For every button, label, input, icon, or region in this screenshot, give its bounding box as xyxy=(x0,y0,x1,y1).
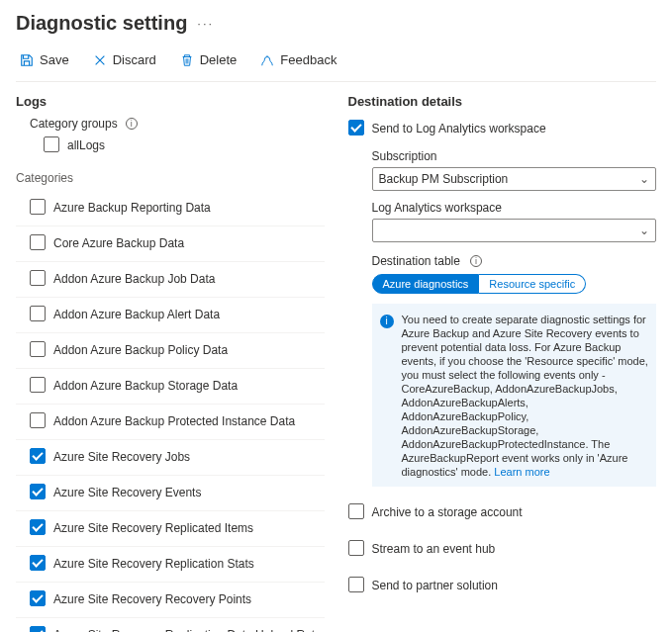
category-label: Azure Site Recovery Events xyxy=(53,484,201,500)
category-row: Addon Azure Backup Job Data xyxy=(16,262,325,298)
category-row: Azure Site Recovery Recovery Points xyxy=(16,583,325,618)
delete-icon xyxy=(180,53,194,67)
category-label: Azure Site Recovery Recovery Points xyxy=(53,590,251,607)
category-label: Azure Site Recovery Replicated Items xyxy=(53,519,253,536)
stream-label: Stream to an event hub xyxy=(372,540,496,557)
logs-heading: Logs xyxy=(16,94,325,109)
category-row: Azure Site Recovery Events xyxy=(16,476,325,511)
category-label: Addon Azure Backup Policy Data xyxy=(53,341,228,358)
category-row: Azure Site Recovery Replication Data Upl… xyxy=(16,618,325,632)
page-title: Diagnostic setting xyxy=(16,12,187,35)
category-checkbox[interactable] xyxy=(30,626,46,632)
discard-label: Discard xyxy=(113,52,156,67)
category-row: Azure Site Recovery Replication Stats xyxy=(16,547,325,583)
more-icon[interactable]: ··· xyxy=(197,16,214,31)
category-checkbox[interactable] xyxy=(30,555,46,571)
category-label: Addon Azure Backup Storage Data xyxy=(53,377,238,394)
category-row: Azure Site Recovery Replicated Items xyxy=(16,511,325,547)
subscription-select[interactable]: Backup PM Subscription ⌄ xyxy=(372,167,657,191)
category-checkbox[interactable] xyxy=(30,341,46,357)
category-checkbox[interactable] xyxy=(30,306,46,321)
category-label: Azure Site Recovery Replication Data Upl… xyxy=(53,626,322,632)
info-icon[interactable]: i xyxy=(470,255,482,267)
save-button[interactable]: Save xyxy=(16,50,73,69)
archive-checkbox[interactable] xyxy=(348,503,364,519)
chevron-down-icon: ⌄ xyxy=(639,172,649,186)
dest-table-label: Destination table xyxy=(372,254,460,268)
category-row: Addon Azure Backup Alert Data xyxy=(16,298,325,333)
category-row: Azure Site Recovery Jobs xyxy=(16,440,325,476)
delete-label: Delete xyxy=(200,52,238,67)
delete-button[interactable]: Delete xyxy=(176,50,241,69)
info-icon: i xyxy=(380,315,394,328)
law-label: Log Analytics workspace xyxy=(372,201,657,215)
info-text: You need to create separate diagnostic s… xyxy=(402,314,648,478)
subscription-label: Subscription xyxy=(372,149,657,163)
save-label: Save xyxy=(40,52,69,67)
category-checkbox[interactable] xyxy=(30,234,46,250)
category-row: Core Azure Backup Data xyxy=(16,226,325,262)
category-row: Addon Azure Backup Policy Data xyxy=(16,333,325,369)
category-label: Azure Backup Reporting Data xyxy=(53,199,211,216)
category-label: Addon Azure Backup Protected Instance Da… xyxy=(53,412,295,429)
category-label: Addon Azure Backup Alert Data xyxy=(53,306,220,322)
category-checkbox[interactable] xyxy=(30,448,46,464)
pill-resource-specific[interactable]: Resource specific xyxy=(479,274,586,294)
chevron-down-icon: ⌄ xyxy=(639,224,649,237)
category-checkbox[interactable] xyxy=(30,412,46,428)
pill-azure-diagnostics[interactable]: Azure diagnostics xyxy=(372,274,480,294)
category-checkbox[interactable] xyxy=(30,199,46,215)
learn-more-link[interactable]: Learn more xyxy=(494,466,549,478)
svg-point-0 xyxy=(267,55,268,56)
destination-heading: Destination details xyxy=(348,94,657,109)
category-label: Core Azure Backup Data xyxy=(53,234,184,251)
info-icon[interactable]: i xyxy=(126,118,138,130)
category-checkbox[interactable] xyxy=(30,270,46,286)
category-label: Azure Site Recovery Jobs xyxy=(53,448,190,465)
category-row: Addon Azure Backup Storage Data xyxy=(16,369,325,405)
category-checkbox[interactable] xyxy=(30,519,46,535)
category-row: Azure Backup Reporting Data xyxy=(16,191,325,226)
alllogs-checkbox[interactable] xyxy=(44,136,59,152)
category-checkbox[interactable] xyxy=(30,377,46,393)
categories-label: Categories xyxy=(16,171,325,185)
category-label: Addon Azure Backup Job Data xyxy=(53,270,215,287)
category-checkbox[interactable] xyxy=(30,590,46,606)
discard-button[interactable]: Discard xyxy=(89,50,160,69)
dest-table-toggle: Azure diagnostics Resource specific xyxy=(372,274,657,294)
category-checkbox[interactable] xyxy=(30,484,46,499)
category-row: Addon Azure Backup Protected Instance Da… xyxy=(16,405,325,440)
info-box: i You need to create separate diagnostic… xyxy=(372,304,657,487)
law-select[interactable]: ⌄ xyxy=(372,219,657,242)
category-groups-label: Category groups xyxy=(30,117,118,131)
category-label: Azure Site Recovery Replication Stats xyxy=(53,555,254,572)
subscription-value: Backup PM Subscription xyxy=(379,172,509,186)
command-bar: Save Discard Delete Feedback xyxy=(16,45,656,82)
archive-label: Archive to a storage account xyxy=(372,503,523,520)
partner-checkbox[interactable] xyxy=(348,577,364,592)
stream-checkbox[interactable] xyxy=(348,540,364,556)
feedback-label: Feedback xyxy=(280,52,336,67)
send-law-checkbox[interactable] xyxy=(348,120,364,135)
discard-icon xyxy=(93,53,107,67)
send-law-label: Send to Log Analytics workspace xyxy=(372,120,546,136)
feedback-icon xyxy=(260,53,274,67)
partner-label: Send to partner solution xyxy=(372,577,498,593)
save-icon xyxy=(20,53,34,67)
feedback-button[interactable]: Feedback xyxy=(256,50,340,69)
alllogs-label: allLogs xyxy=(67,136,105,153)
